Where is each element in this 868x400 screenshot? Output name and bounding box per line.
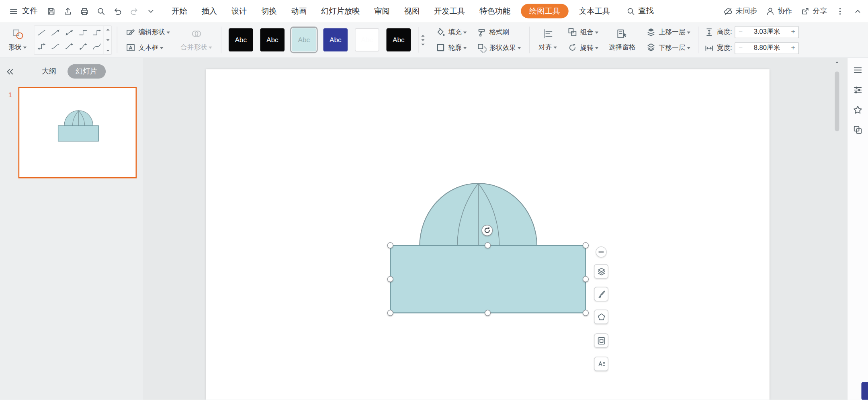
style-gallery-more-button[interactable] [418, 27, 427, 53]
customize-toolbar-icon[interactable] [146, 6, 156, 16]
tab-animation[interactable]: 动画 [284, 0, 314, 22]
shapes-button[interactable]: 形状 [4, 26, 31, 54]
curved-double-arrow-connector-icon[interactable] [76, 39, 90, 53]
gallery-scroll-up-icon[interactable] [106, 29, 109, 30]
right-panel-handle[interactable] [861, 382, 868, 400]
width-value[interactable]: 8.80厘米 [746, 43, 788, 52]
scrollbar-thumb[interactable] [835, 72, 839, 131]
elbow-double-arrow-connector-icon[interactable] [34, 39, 48, 53]
height-value[interactable]: 3.03厘米 [746, 27, 788, 37]
style-preset-6[interactable]: Abc [387, 28, 411, 51]
sync-status-button[interactable]: 未同步 [723, 6, 757, 16]
outline-tab[interactable]: 大纲 [37, 65, 61, 78]
resize-handle-w[interactable] [387, 276, 393, 282]
outline-button[interactable]: 轮廓 [432, 41, 470, 55]
redo-icon[interactable] [129, 6, 139, 16]
slide[interactable] [206, 69, 769, 400]
more-options-icon[interactable] [835, 6, 845, 16]
tab-dev-tools[interactable]: 开发工具 [427, 0, 472, 22]
canvas-vertical-scrollbar[interactable] [834, 60, 841, 398]
resize-handle-nw[interactable] [387, 242, 393, 248]
tab-view[interactable]: 视图 [397, 0, 427, 22]
merge-shapes-button[interactable]: 合并形状 [176, 26, 216, 54]
style-preset-3-selected[interactable]: Abc [292, 28, 316, 51]
share-button[interactable]: 分享 [800, 6, 827, 16]
gallery-scrollbar[interactable] [104, 26, 111, 54]
tab-special-features[interactable]: 特色功能 [472, 0, 518, 22]
chevron-down-icon [554, 47, 557, 49]
resize-handle-s[interactable] [485, 310, 491, 316]
width-increase-button[interactable]: + [788, 42, 798, 53]
gallery-more-icon[interactable] [106, 49, 109, 51]
send-backward-button[interactable]: 下移一层 [643, 41, 694, 55]
style-preset-5[interactable]: Abc [355, 28, 379, 51]
selection-pane-button[interactable]: 选择窗格 [605, 26, 639, 54]
format-object-button[interactable] [594, 333, 608, 348]
tab-insert[interactable]: 插入 [194, 0, 224, 22]
tab-drawing-tools[interactable]: 绘图工具 [521, 4, 568, 18]
line-icon[interactable] [34, 26, 48, 39]
resize-handle-sw[interactable] [387, 310, 393, 316]
elbow-connector-icon[interactable] [76, 26, 90, 39]
fill-button[interactable]: 填充 [432, 25, 470, 39]
double-arrow-icon[interactable] [62, 26, 76, 39]
tab-slideshow[interactable]: 幻灯片放映 [314, 0, 367, 22]
tab-design[interactable]: 设计 [224, 0, 254, 22]
height-increase-button[interactable]: + [788, 26, 798, 37]
curve-icon[interactable] [90, 39, 103, 53]
edit-points-button[interactable] [594, 310, 608, 324]
collaborate-button[interactable]: 协作 [766, 6, 792, 16]
collaborate-label: 协作 [778, 6, 792, 16]
group-button[interactable]: 组合 [564, 25, 602, 39]
find-button[interactable]: 查找 [626, 6, 654, 16]
tab-review[interactable]: 审阅 [367, 0, 397, 22]
resize-handle-n[interactable] [485, 242, 491, 248]
format-painter-button[interactable]: 格式刷 [473, 25, 524, 39]
resize-handle-se[interactable] [583, 310, 589, 316]
tab-text-tools[interactable]: 文本工具 [572, 0, 617, 22]
export-icon[interactable] [63, 6, 72, 16]
shape-effects-button[interactable]: 形状效果 [473, 41, 524, 55]
save-icon[interactable] [47, 6, 56, 16]
width-decrease-button[interactable]: − [735, 42, 746, 53]
rotate-handle[interactable] [481, 225, 493, 236]
resize-handle-ne[interactable] [583, 242, 589, 248]
arrow-icon[interactable] [48, 26, 62, 39]
resize-handle-e[interactable] [583, 276, 589, 282]
ribbon-separator [529, 27, 530, 53]
rotate-button[interactable]: 旋转 [564, 41, 602, 55]
gallery-scroll-down-icon[interactable] [106, 39, 109, 41]
align-button[interactable]: 对齐 [535, 26, 561, 54]
style-preset-1[interactable]: Abc [229, 28, 253, 51]
tab-transition[interactable]: 切换 [254, 0, 284, 22]
style-preset-2[interactable]: Abc [260, 28, 285, 51]
layer-options-button[interactable] [594, 264, 608, 279]
scroll-up-icon[interactable] [835, 62, 839, 63]
canvas[interactable] [143, 58, 847, 400]
collapse-ribbon-icon[interactable] [853, 6, 862, 16]
elbow-arrow-connector-icon[interactable] [90, 26, 103, 39]
edit-shape-button[interactable]: 编辑形状 [122, 25, 173, 39]
text-options-button[interactable] [594, 357, 608, 371]
text-box-button[interactable]: 文本框 [122, 41, 173, 55]
selected-rectangle-shape[interactable] [390, 245, 585, 313]
slide-thumbnail[interactable] [18, 87, 137, 178]
settings-sliders-icon[interactable] [852, 85, 863, 95]
pane-list-icon[interactable] [852, 65, 863, 75]
tab-home[interactable]: 开始 [164, 0, 194, 22]
curved-arrow-connector-icon[interactable] [62, 39, 76, 53]
collapse-panel-icon[interactable] [4, 66, 15, 77]
layout-shapes-icon[interactable] [852, 125, 863, 135]
height-decrease-button[interactable]: − [735, 26, 746, 37]
print-icon[interactable] [80, 6, 89, 16]
print-preview-icon[interactable] [96, 6, 106, 16]
bring-forward-button[interactable]: 上移一层 [643, 25, 694, 39]
slides-tab[interactable]: 幻灯片 [67, 64, 105, 79]
quick-style-button[interactable] [594, 287, 608, 302]
file-menu-button[interactable]: 文件 [7, 6, 40, 16]
curved-connector-icon[interactable] [48, 39, 62, 53]
style-preset-4[interactable]: Abc [323, 28, 348, 51]
star-icon[interactable] [852, 105, 863, 115]
collapse-quickbar-button[interactable] [596, 246, 607, 258]
undo-icon[interactable] [113, 6, 122, 16]
